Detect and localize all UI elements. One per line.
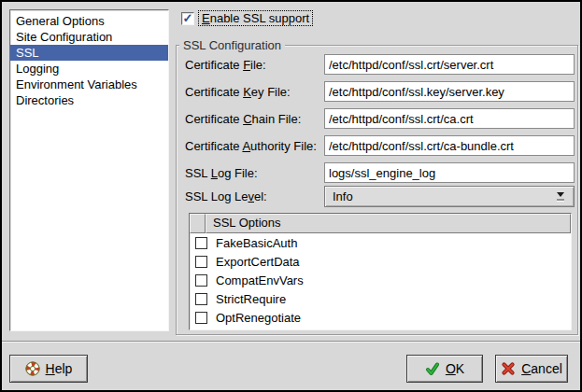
sidebar-item-logging[interactable]: Logging — [10, 61, 168, 77]
ssl-option-row-fakebasicauth[interactable]: FakeBasicAuth — [190, 233, 571, 252]
ssl-log-level-label: SSL Log Level: — [185, 189, 267, 203]
ssl-option-row-strictrequire[interactable]: StrictRequire — [190, 289, 571, 308]
certificate-key-file-label: Certificate Key File: — [185, 85, 291, 99]
ok-button-label: OK — [446, 361, 464, 376]
help-button[interactable]: Help — [9, 355, 88, 383]
dropdown-arrow-icon — [551, 192, 574, 201]
option-label: StrictRequire — [216, 292, 286, 306]
ssl-log-level-value: Info — [325, 189, 551, 203]
sidebar-item-ssl[interactable]: SSL — [10, 45, 168, 61]
ssl-options-table-header: SSL Options — [190, 214, 571, 233]
sidebar-item-general-options[interactable]: General Options — [10, 13, 168, 29]
ssl-options-column-header[interactable]: SSL Options — [206, 214, 571, 233]
sidebar-item-environment-variables[interactable]: Environment Variables — [10, 77, 168, 92]
life-ring-icon — [25, 361, 40, 376]
ssl-log-file-label: SSL Log File: — [185, 166, 258, 180]
checkbox-box[interactable]: ✓ — [181, 12, 194, 25]
ssl-log-file-input[interactable] — [324, 162, 575, 183]
certificate-file-row: Certificate File: — [185, 54, 575, 76]
option-checkbox[interactable] — [195, 256, 207, 268]
option-checkbox[interactable] — [195, 274, 207, 287]
enable-ssl-label: Enable SSL support — [198, 10, 313, 26]
sidebar-item-site-configuration[interactable]: Site Configuration — [10, 29, 168, 45]
option-label: FakeBasicAuth — [216, 236, 297, 250]
checkbox-column-header[interactable] — [190, 214, 206, 233]
option-checkbox[interactable] — [195, 312, 207, 324]
ssl-option-row-optrenegotiate[interactable]: OptRenegotiate — [190, 308, 571, 327]
category-list: General Options Site Configuration SSL L… — [9, 9, 169, 331]
option-label: OptRenegotiate — [216, 311, 301, 325]
check-icon — [425, 361, 440, 376]
option-label: CompatEnvVars — [216, 273, 304, 287]
certificate-chain-file-input[interactable] — [324, 108, 575, 129]
cancel-button[interactable]: Cancel — [495, 355, 568, 383]
certificate-authority-file-row: Certificate Authority File: — [185, 135, 575, 157]
option-label: ExportCertData — [216, 255, 300, 269]
certificate-key-file-input[interactable] — [324, 81, 575, 102]
sidebar-item-directories[interactable]: Directories — [10, 92, 168, 108]
ok-button[interactable]: OK — [406, 355, 483, 383]
checkmark-icon: ✓ — [183, 12, 193, 24]
ssl-log-level-row: SSL Log Level: Info — [185, 186, 575, 207]
ssl-configuration-frame-title: SSL Configuration — [179, 38, 285, 52]
certificate-chain-file-row: Certificate Chain File: — [185, 108, 575, 130]
certificate-chain-file-label: Certificate Chain File: — [185, 112, 301, 126]
enable-ssl-checkbox[interactable]: ✓ Enable SSL support — [181, 10, 313, 26]
button-area-separator — [2, 341, 582, 343]
certificate-file-label: Certificate File: — [185, 58, 266, 72]
x-icon — [501, 361, 516, 376]
option-checkbox[interactable] — [195, 293, 207, 305]
ssl-option-row-exportcertdata[interactable]: ExportCertData — [190, 252, 571, 271]
certificate-key-file-row: Certificate Key File: — [185, 81, 575, 103]
certificate-file-input[interactable] — [324, 54, 575, 75]
ssl-log-level-dropdown[interactable]: Info — [324, 186, 575, 207]
certificate-authority-file-input[interactable] — [324, 135, 575, 156]
help-button-label: Help — [46, 361, 73, 376]
httpd-config-window: General Options Site Configuration SSL L… — [0, 0, 582, 392]
ssl-option-row-compatenvvars[interactable]: CompatEnvVars — [190, 271, 571, 289]
cancel-button-label: Cancel — [521, 361, 562, 376]
certificate-authority-file-label: Certificate Authority File: — [185, 139, 317, 153]
ssl-log-file-row: SSL Log File: — [185, 162, 575, 184]
option-checkbox[interactable] — [195, 237, 207, 249]
ssl-options-table: SSL Options FakeBasicAuth ExportCertData… — [189, 213, 572, 330]
